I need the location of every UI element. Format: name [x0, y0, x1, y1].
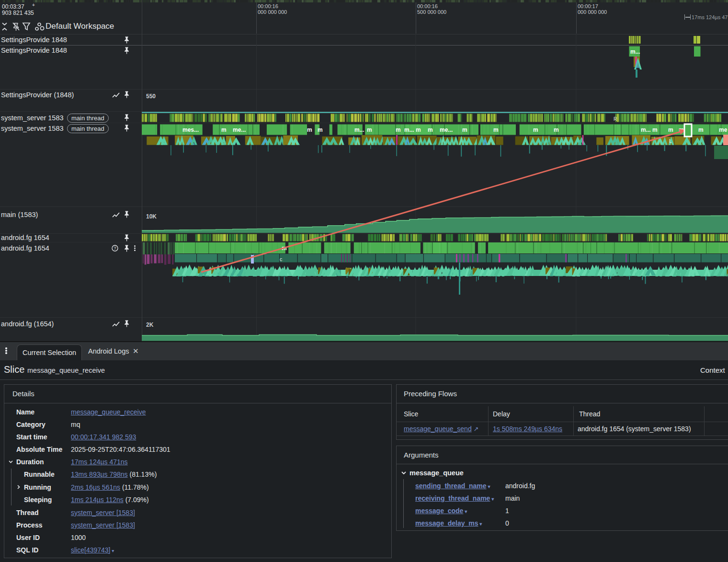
svg-text:10K: 10K — [146, 213, 157, 220]
svg-text:me...: me... — [440, 126, 453, 133]
svg-text:m...: m... — [354, 126, 364, 133]
svg-text:m: m — [428, 126, 433, 133]
svg-text:m: m — [554, 126, 559, 133]
svg-text:me: me — [719, 126, 728, 133]
svg-text:m: m — [493, 126, 499, 133]
svg-text:me...: me... — [233, 126, 246, 133]
svg-text:m: m — [462, 126, 467, 133]
svg-text:mes...: mes... — [182, 126, 199, 133]
svg-text:m: m — [221, 126, 227, 133]
svg-text:m...: m... — [630, 48, 640, 55]
svg-text:m: m — [396, 126, 401, 133]
svg-text:m: m — [318, 126, 323, 133]
svg-text:m: m — [668, 126, 673, 133]
svg-text:m...: m... — [404, 126, 414, 133]
svg-text:m: m — [533, 126, 538, 133]
svg-text:m: m — [416, 126, 421, 133]
svg-text:L: L — [669, 138, 672, 144]
svg-text:m: m — [698, 126, 704, 133]
svg-text:m...: m... — [641, 126, 651, 133]
svg-text:R: R — [614, 116, 617, 122]
svg-text:m: m — [307, 126, 312, 133]
svg-text:?: ? — [114, 246, 116, 251]
svg-text:2K: 2K — [146, 321, 154, 328]
svg-text:m: m — [652, 126, 658, 133]
svg-text:c: c — [280, 256, 282, 262]
svg-text:550: 550 — [146, 93, 156, 100]
svg-text:m: m — [367, 126, 372, 133]
